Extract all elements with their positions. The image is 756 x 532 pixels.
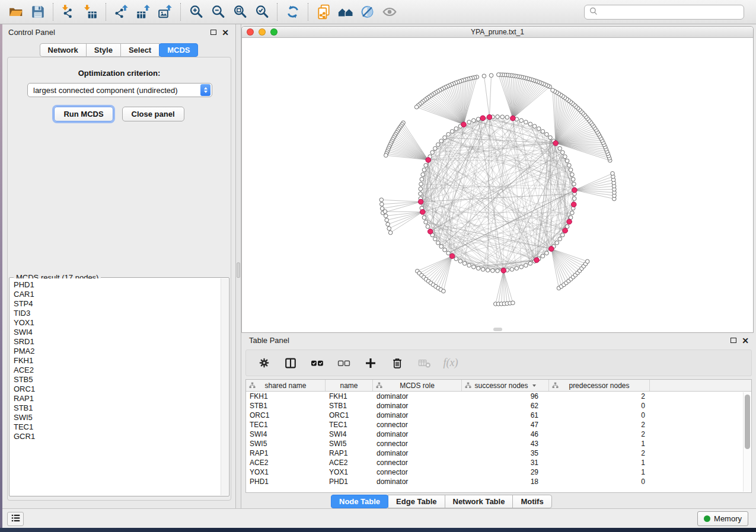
ring-node[interactable] xyxy=(458,259,462,264)
select-all-button[interactable] xyxy=(309,355,326,371)
float-table-panel-icon[interactable] xyxy=(731,338,736,343)
ring-node[interactable] xyxy=(541,130,545,134)
ring-node[interactable] xyxy=(510,267,514,271)
ring-node[interactable] xyxy=(572,182,576,186)
ring-node[interactable] xyxy=(443,136,447,140)
ring-node[interactable] xyxy=(519,265,524,269)
ring-node[interactable] xyxy=(420,177,424,181)
ring-node[interactable] xyxy=(515,267,519,271)
mcds-result-item[interactable]: STB1 xyxy=(14,403,221,413)
leaf-node[interactable] xyxy=(414,105,419,109)
maximize-window-button[interactable] xyxy=(270,28,277,36)
zoom-out-button[interactable] xyxy=(207,2,229,22)
export-table-button[interactable] xyxy=(132,2,154,22)
close-panel-icon[interactable]: ✕ xyxy=(222,28,229,37)
mcds-node[interactable] xyxy=(511,116,516,121)
close-panel-button[interactable]: Close panel xyxy=(122,107,184,121)
mcds-node[interactable] xyxy=(563,228,568,233)
close-window-button[interactable] xyxy=(247,28,254,36)
mcds-result-item[interactable]: SWI4 xyxy=(14,328,221,337)
table-scrollbar[interactable] xyxy=(743,392,751,492)
hide-graphics-button[interactable] xyxy=(356,2,378,22)
export-network-button[interactable] xyxy=(110,2,132,22)
leaf-node[interactable] xyxy=(384,214,388,218)
leaf-node[interactable] xyxy=(388,230,393,235)
ring-node[interactable] xyxy=(496,269,500,273)
ring-node[interactable] xyxy=(567,164,572,168)
table-row[interactable]: RAP1RAP1dominator352 xyxy=(246,448,751,458)
table-row[interactable]: ORC1ORC1dominator610 xyxy=(246,411,751,420)
leaf-node[interactable] xyxy=(585,259,589,264)
tab-network[interactable]: Network xyxy=(40,43,87,57)
ring-node[interactable] xyxy=(467,120,471,124)
ring-node[interactable] xyxy=(528,261,532,265)
mcds-result-item[interactable]: TID3 xyxy=(14,309,221,318)
leaf-node[interactable] xyxy=(384,153,388,158)
table-row[interactable]: FKH1FKH1dominator962 xyxy=(246,392,751,401)
ring-node[interactable] xyxy=(446,251,451,255)
ring-node[interactable] xyxy=(519,118,524,123)
table-scrollbar-thumb[interactable] xyxy=(745,395,750,449)
ring-node[interactable] xyxy=(421,172,425,177)
leaf-node[interactable] xyxy=(511,301,515,305)
mcds-result-item[interactable]: PHD1 xyxy=(14,280,221,290)
search-box[interactable] xyxy=(584,5,744,20)
save-session-button[interactable] xyxy=(27,2,49,22)
mcds-result-item[interactable]: PMA2 xyxy=(14,347,221,356)
home-pages-button[interactable] xyxy=(334,2,356,22)
ring-node[interactable] xyxy=(419,187,423,191)
export-image-button[interactable] xyxy=(154,2,176,22)
ring-node[interactable] xyxy=(439,245,444,249)
tab-style[interactable]: Style xyxy=(86,43,121,57)
ring-node[interactable] xyxy=(462,261,467,265)
mcds-node[interactable] xyxy=(501,268,506,273)
ring-node[interactable] xyxy=(472,118,476,123)
tab-mcds[interactable]: MCDS xyxy=(159,43,198,57)
ring-node[interactable] xyxy=(476,267,480,271)
mcds-node[interactable] xyxy=(553,140,559,146)
mcds-result-item[interactable]: STB5 xyxy=(14,375,221,384)
ring-node[interactable] xyxy=(424,220,428,225)
ring-node[interactable] xyxy=(446,133,451,137)
leaf-node[interactable] xyxy=(383,210,387,214)
share-document-button[interactable] xyxy=(312,2,334,22)
ring-node[interactable] xyxy=(433,237,438,241)
column-header-MCDS-role[interactable]: MCDS role xyxy=(373,380,462,391)
leaf-node[interactable] xyxy=(442,289,446,293)
leaf-node[interactable] xyxy=(482,74,486,78)
tab-select[interactable]: Select xyxy=(120,43,160,57)
show-graphics-button[interactable] xyxy=(378,2,400,22)
leaf-node[interactable] xyxy=(611,172,615,176)
tab-network-table[interactable]: Network Table xyxy=(445,495,513,508)
panel-splitter[interactable] xyxy=(236,24,241,508)
ring-node[interactable] xyxy=(569,168,573,172)
show-columns-button[interactable] xyxy=(282,355,299,371)
task-history-button[interactable] xyxy=(7,512,24,526)
leaf-node[interactable] xyxy=(551,88,555,92)
leaf-node[interactable] xyxy=(386,222,390,226)
ring-node[interactable] xyxy=(436,143,441,147)
optimization-criterion-select[interactable]: largest connected component (undirected) xyxy=(27,83,212,97)
ring-node[interactable] xyxy=(450,130,454,134)
sort-desc-icon[interactable] xyxy=(532,384,536,387)
ring-node[interactable] xyxy=(422,168,426,172)
ring-node[interactable] xyxy=(545,251,549,255)
column-header-shared-name[interactable]: shared name xyxy=(246,380,326,391)
mcds-node[interactable] xyxy=(572,188,578,193)
mcds-result-item[interactable]: ACE2 xyxy=(14,366,221,375)
ring-node[interactable] xyxy=(570,211,575,215)
tab-motifs[interactable]: Motifs xyxy=(512,495,551,508)
ring-node[interactable] xyxy=(571,177,575,181)
mcds-node[interactable] xyxy=(549,246,554,252)
mcds-result-item[interactable]: RAP1 xyxy=(14,394,221,403)
mcds-result-item[interactable]: SRD1 xyxy=(14,337,221,347)
ring-node[interactable] xyxy=(419,182,423,186)
ring-node[interactable] xyxy=(524,264,528,268)
add-row-button[interactable] xyxy=(362,355,379,371)
ring-node[interactable] xyxy=(424,164,428,168)
ring-node[interactable] xyxy=(419,192,423,196)
ring-node[interactable] xyxy=(454,127,458,131)
column-header-name[interactable]: name xyxy=(326,380,373,391)
mcds-node[interactable] xyxy=(428,229,433,235)
column-header-successor-nodes[interactable]: successor nodes xyxy=(462,380,549,391)
